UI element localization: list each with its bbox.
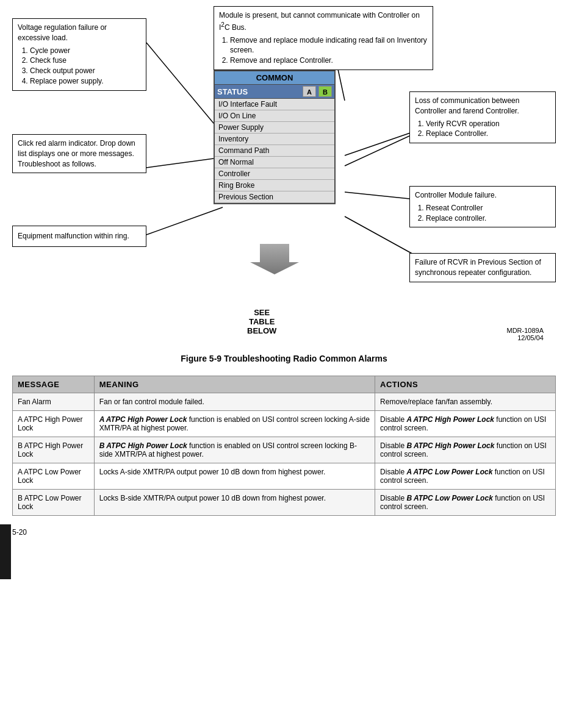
cell-actions: Disable B ATPC Low Power Lock function o…: [375, 490, 556, 516]
module-step-1: Remove and replace module indicating rea…: [230, 35, 428, 56]
col-message: MESSAGE: [13, 376, 95, 393]
controller-fail-steps: Reseat Controller Replace controller.: [426, 203, 550, 224]
below-label: BELOW: [247, 326, 276, 335]
equipment-text: Equipment malfunction within ring.: [18, 231, 141, 241]
table-body: Fan Alarm Fan or fan control module fail…: [13, 393, 556, 516]
panel-status-row: STATUS A B: [215, 85, 334, 99]
panel-item-previous-section[interactable]: Previous Section: [215, 191, 334, 203]
mdr-number: MDR-1089A: [506, 327, 544, 334]
cell-meaning: Locks A-side XMTR/PA output power 10 dB …: [94, 463, 375, 490]
actions-bold: B ATPC Low Power Lock: [406, 494, 492, 502]
voltage-step-2: Check fuse: [30, 55, 141, 66]
panel-item-controller[interactable]: Controller: [215, 168, 334, 180]
cell-message: B ATPC Low Power Lock: [13, 490, 95, 516]
voltage-step-1: Cycle power: [30, 46, 141, 56]
cell-actions: Remove/replace fan/fan assembly.: [375, 393, 556, 411]
panel-item-command-path[interactable]: Command Path: [215, 145, 334, 157]
figure-caption: Figure 5-9 Troubleshooting Radio Common …: [12, 354, 556, 363]
loss-steps: Verify RCVR operation Replace Controller…: [426, 119, 550, 140]
click-red-text: Click red alarm indicator. Drop down lis…: [18, 138, 141, 169]
panel-item-io-online[interactable]: I/O On Line: [215, 110, 334, 122]
cell-meaning: Locks B-side XMTR/PA output power 10 dB …: [94, 490, 375, 516]
cell-actions: Disable A ATPC Low Power Lock function o…: [375, 463, 556, 490]
table-header-row: MESSAGE MEANING ACTIONS: [13, 376, 556, 393]
see-label: SEE: [247, 308, 276, 317]
ui-panel: COMMON STATUS A B I/O Interface Fault I/…: [214, 70, 336, 204]
col-actions: ACTIONS: [375, 376, 556, 393]
actions-bold: B ATPC High Power Lock: [406, 441, 494, 450]
alarm-table: MESSAGE MEANING ACTIONS Fan Alarm Fan or…: [12, 376, 556, 516]
controller-fail-step-2: Replace controller.: [426, 213, 550, 224]
loss-step-1: Verify RCVR operation: [426, 119, 550, 129]
table-label: TABLE: [247, 317, 276, 326]
cell-meaning: B ATPC High Power Lock function is enabl…: [94, 437, 375, 463]
svg-line-1: [146, 157, 223, 168]
panel-item-inventory[interactable]: Inventory: [215, 134, 334, 145]
table-row: Fan Alarm Fan or fan control module fail…: [13, 393, 556, 411]
loss-title: Loss of communication between Controller…: [415, 96, 550, 116]
voltage-step-3: Check output power: [30, 66, 141, 76]
cell-actions: Disable A ATPC High Power Lock function …: [375, 411, 556, 437]
actions-bold: A ATPC High Power Lock: [406, 415, 494, 424]
table-row: A ATPC Low Power Lock Locks A-side XMTR/…: [13, 463, 556, 490]
cell-meaning: Fan or fan control module failed.: [94, 393, 375, 411]
table-row: B ATPC Low Power Lock Locks B-side XMTR/…: [13, 490, 556, 516]
module-step-2: Remove and replace Controller.: [230, 55, 428, 66]
click-red-box: Click red alarm indicator. Drop down lis…: [12, 134, 146, 173]
loss-box: Loss of communication between Controller…: [409, 91, 556, 143]
see-table-label: SEE TABLE BELOW: [247, 308, 276, 335]
mdr-date: 12/05/04: [506, 334, 544, 341]
panel-ab-buttons: A B: [303, 86, 332, 97]
loss-step-2: Replace Controller.: [426, 129, 550, 139]
arrow-container: [250, 244, 299, 274]
rcvr-text: Failure of RCVR in Previous Section of s…: [415, 257, 550, 278]
left-sidebar-bar: [0, 524, 11, 579]
meaning-bold: B ATPC High Power Lock: [99, 441, 187, 450]
voltage-steps: Cycle power Check fuse Check output powe…: [30, 46, 141, 87]
cell-message: Fan Alarm: [13, 393, 95, 411]
voltage-box: Voltage regulation failure or excessive …: [12, 18, 146, 91]
diagram-inner: Voltage regulation failure or excessive …: [12, 6, 556, 348]
panel-item-off-normal[interactable]: Off Normal: [215, 157, 334, 168]
cell-message: A ATPC Low Power Lock: [13, 463, 95, 490]
svg-line-0: [146, 43, 223, 134]
module-box: Module is present, but cannot communicat…: [214, 6, 433, 70]
panel-items-list: I/O Interface Fault I/O On Line Power Su…: [215, 99, 334, 203]
cell-actions: Disable B ATPC High Power Lock function …: [375, 437, 556, 463]
meaning-bold: A ATPC High Power Lock: [99, 415, 187, 424]
mdr-label: MDR-1089A 12/05/04: [506, 327, 544, 341]
page-number: 5-20: [12, 528, 556, 537]
cell-message: A ATPC High Power Lock: [13, 411, 95, 437]
diagram-section: Voltage regulation failure or excessive …: [12, 6, 556, 348]
panel-item-io-fault[interactable]: I/O Interface Fault: [215, 99, 334, 110]
cell-meaning: A ATPC High Power Lock function is enabl…: [94, 411, 375, 437]
panel-item-power-supply[interactable]: Power Supply: [215, 122, 334, 134]
arrow-down: [250, 244, 299, 274]
rcvr-box: Failure of RCVR in Previous Section of s…: [409, 253, 556, 282]
panel-header: COMMON: [215, 71, 334, 85]
controller-fail-box: Controller Module failure. Reseat Contro…: [409, 186, 556, 227]
table-row: B ATPC High Power Lock B ATPC High Power…: [13, 437, 556, 463]
module-text: Module is present, but cannot communicat…: [219, 10, 428, 33]
module-steps: Remove and replace module indicating rea…: [230, 35, 428, 66]
table-row: A ATPC High Power Lock A ATPC High Power…: [13, 411, 556, 437]
svg-line-2: [146, 207, 223, 235]
controller-fail-title: Controller Module failure.: [415, 190, 550, 201]
actions-bold: A ATPC Low Power Lock: [406, 468, 492, 476]
voltage-title: Voltage regulation failure or excessive …: [18, 23, 141, 43]
controller-fail-step-1: Reseat Controller: [426, 203, 550, 213]
panel-b-button[interactable]: B: [318, 86, 332, 97]
col-meaning: MEANING: [94, 376, 375, 393]
panel-status-label: STATUS: [217, 87, 303, 96]
panel-item-ring-broke[interactable]: Ring Broke: [215, 180, 334, 191]
equipment-box: Equipment malfunction within ring.: [12, 226, 146, 247]
cell-message: B ATPC High Power Lock: [13, 437, 95, 463]
panel-a-button[interactable]: A: [303, 86, 316, 97]
voltage-step-4: Replace power supply.: [30, 76, 141, 87]
